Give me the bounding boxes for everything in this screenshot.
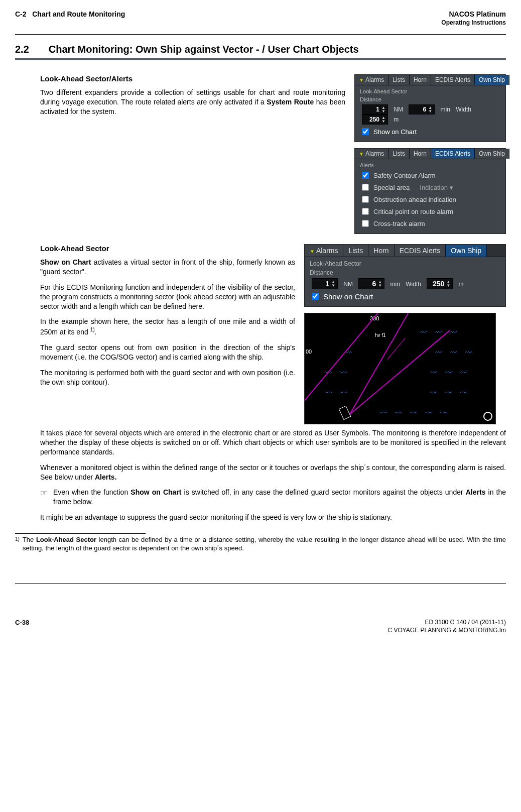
- tab-alarms-big[interactable]: ▼Alarms: [305, 245, 343, 257]
- group-label-alerts: Alerts: [360, 162, 500, 168]
- show-on-chart-checkbox[interactable]: Show on Chart: [360, 127, 500, 137]
- para-p7: Whenever a monitored object is within th…: [40, 463, 506, 482]
- width-unit-big: m: [459, 281, 464, 288]
- tab-lists-big[interactable]: Lists: [343, 245, 368, 257]
- show-on-chart-input-big[interactable]: [312, 293, 319, 300]
- tab-ecdis-big[interactable]: ECDIS Alerts: [395, 245, 446, 257]
- tab-ecdis[interactable]: ECDIS Alerts: [431, 75, 475, 85]
- guard-sector-diagram: 330 hv f1 00 〰 〰 〰 〰 〰 〰 〰 〰 〰 〰 〰 〰 〰 〰…: [304, 313, 496, 424]
- distance-label-big: Distance: [310, 269, 500, 276]
- pointing-hand-icon: ☞: [40, 488, 47, 507]
- show-on-chart-checkbox-big[interactable]: Show on Chart: [310, 291, 500, 301]
- width-label-big: Width: [406, 281, 421, 288]
- header-rule: [15, 34, 506, 35]
- nm-unit: NM: [394, 106, 403, 113]
- nm-stepper-big[interactable]: 1▲▼: [312, 278, 338, 289]
- sector-hv-label: hv f1: [375, 332, 386, 338]
- product-name: NACOS Platinum: [449, 10, 506, 18]
- chk-special-area[interactable]: Special areaIndication ▾: [360, 182, 500, 192]
- indication-dropdown[interactable]: Indication ▾: [420, 184, 453, 191]
- footnote-1: 1) The Look-Ahead Sector length can be d…: [15, 536, 506, 553]
- page-number: C-38: [15, 619, 29, 634]
- group-label-lookahead-big: Look-Ahead Sector: [310, 260, 500, 267]
- lookahead-panel-big: ▼Alarms Lists Horn ECDIS Alerts Own Ship…: [304, 244, 506, 307]
- subheading-look-ahead-alerts: Look-Ahead Sector/Alerts: [40, 74, 345, 83]
- tab-lists-2[interactable]: Lists: [388, 149, 410, 159]
- para-p4: The guard sector opens out from own posi…: [40, 343, 295, 362]
- footer-file: C VOYAGE PLANNING & MONITORING.fm: [387, 627, 506, 635]
- show-on-chart-input[interactable]: [362, 128, 369, 135]
- para-p8: It might be an advantage to suppress the…: [40, 513, 506, 522]
- lookahead-panel-small: ▼Alarms Lists Horn ECDIS Alerts Own Ship…: [354, 74, 506, 142]
- footnote-rule: [15, 533, 146, 534]
- para-p2: For this ECDIS Monitoring function and i…: [40, 283, 295, 311]
- tab-alarms[interactable]: ▼Alarms: [355, 75, 388, 85]
- tab-horn[interactable]: Horn: [410, 75, 431, 85]
- distance-row-big: 1▲▼ NM 6▲▼ min Width 250▲▼ m: [310, 278, 500, 289]
- doc-subtitle: Operating Instructions: [15, 19, 506, 26]
- distance-label: Distance: [360, 96, 500, 102]
- corner-ring-icon: [483, 412, 492, 421]
- para-p6: It takes place for several objects which…: [40, 428, 506, 457]
- tab-horn-2[interactable]: Horn: [410, 149, 431, 159]
- tab-own-ship-2[interactable]: Own Ship: [475, 149, 509, 159]
- min-unit-big: min: [390, 281, 400, 288]
- chapter-title: Chart and Route Monitoring: [32, 10, 125, 18]
- nm-stepper[interactable]: 1▲▼: [362, 104, 388, 114]
- tab-alarms-2[interactable]: ▼Alarms: [355, 149, 388, 159]
- para-p3: In the example shown here, the sector ha…: [40, 317, 295, 336]
- para-p1: Show on Chart activates a virtual sector…: [40, 258, 295, 277]
- section-heading: Chart Monitoring: Own Ship against Vecto…: [49, 44, 359, 55]
- tab-ecdis-2[interactable]: ECDIS Alerts: [431, 149, 475, 159]
- own-ship-icon: [339, 406, 351, 420]
- sector-zero-label: 00: [306, 349, 312, 355]
- group-label-lookahead: Look-Ahead Sector: [360, 88, 500, 94]
- footer-rule: [15, 583, 506, 584]
- min-stepper[interactable]: 6▲▼: [409, 104, 435, 114]
- min-unit: min: [441, 106, 450, 113]
- para-intro: Two different expanders provide a collec…: [40, 88, 345, 117]
- chk-safety-contour[interactable]: Safety Contour Alarm: [360, 170, 500, 180]
- tab-horn-big[interactable]: Horn: [368, 245, 394, 257]
- section-underline: [15, 58, 506, 60]
- subheading-look-ahead-sector: Look-Ahead Sector: [40, 244, 295, 253]
- para-p5: The monitoring is performed both with th…: [40, 368, 295, 387]
- chk-obstruction-ahead[interactable]: Obstruction ahead indication: [360, 194, 500, 204]
- width-stepper[interactable]: 250▲▼: [362, 114, 388, 125]
- distance-row: 1▲▼ NM 6▲▼ min Width 250▲▼ m: [360, 104, 500, 125]
- chk-critical-point[interactable]: Critical point on route alarm: [360, 206, 500, 216]
- width-stepper-big[interactable]: 250▲▼: [427, 278, 453, 289]
- nm-unit-big: NM: [343, 281, 353, 288]
- width-unit: m: [394, 116, 399, 123]
- tab-own-ship-big[interactable]: Own Ship: [446, 245, 487, 257]
- width-label: Width: [456, 106, 471, 113]
- tab-lists[interactable]: Lists: [388, 75, 410, 85]
- note-show-on-chart: ☞ Even when the function Show on Chart i…: [40, 488, 506, 507]
- alerts-panel-small: ▼Alarms Lists Horn ECDIS Alerts Own Ship…: [354, 148, 506, 234]
- section-number: 2.2: [15, 44, 29, 55]
- tab-own-ship[interactable]: Own Ship: [475, 75, 509, 85]
- footer-doc-code: ED 3100 G 140 / 04 (2011-11): [387, 619, 506, 627]
- min-stepper-big[interactable]: 6▲▼: [358, 278, 384, 289]
- chk-cross-track[interactable]: Cross-track alarm: [360, 218, 500, 228]
- chapter-code: C-2: [15, 10, 27, 18]
